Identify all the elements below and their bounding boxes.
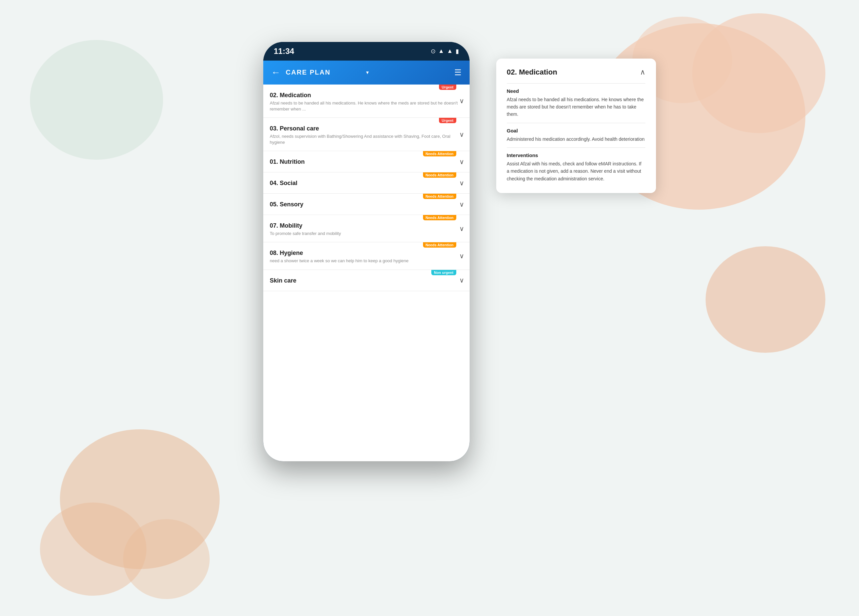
care-item-hygiene[interactable]: Needs Attention 08. Hygiene need a showe… bbox=[263, 242, 470, 270]
care-item-title: 02. Medication bbox=[270, 92, 463, 99]
care-item-sensory[interactable]: Needs Attention 05. Sensory ∨ bbox=[263, 194, 470, 215]
svg-point-1 bbox=[692, 13, 825, 133]
need-label: Need bbox=[507, 88, 645, 94]
back-button[interactable]: ← bbox=[271, 67, 281, 78]
signal-icon: ▲ bbox=[447, 48, 453, 55]
care-item-desc-7: need a shower twice a week so we can hel… bbox=[270, 258, 463, 264]
header-dropdown[interactable]: ▾ bbox=[366, 69, 369, 76]
chevron-down-icon-2: ∨ bbox=[459, 131, 464, 139]
svg-point-3 bbox=[706, 246, 825, 353]
need-text: Afzal needs to be handed all his medicat… bbox=[507, 96, 645, 118]
battery-icon: ▮ bbox=[456, 48, 459, 55]
chevron-down-icon-5: ∨ bbox=[459, 200, 464, 208]
goal-text: Administered his medication accordingly.… bbox=[507, 136, 645, 143]
care-item-desc-2: Afzol, needs supervision with Bathing/Sh… bbox=[270, 133, 463, 145]
svg-point-7 bbox=[30, 40, 163, 160]
phone-time: 11:34 bbox=[274, 47, 294, 56]
care-item-desc-6: To promote safe transfer and mobility bbox=[270, 231, 463, 237]
hamburger-menu-icon[interactable]: ☰ bbox=[454, 68, 462, 77]
badge-needs-4: Needs Attention bbox=[423, 172, 456, 178]
medication-popup: 02. Medication ∧ Need Afzal needs to be … bbox=[496, 59, 656, 193]
care-item-medication[interactable]: Urgent 02. Medication Afzal needs to be … bbox=[263, 84, 470, 118]
care-item-desc: Afzal needs to be handed all his medicat… bbox=[270, 100, 463, 112]
status-bar: 11:34 ⊙ ▲ ▲ ▮ bbox=[263, 42, 470, 61]
chevron-down-icon-7: ∨ bbox=[459, 252, 464, 260]
popup-header: 02. Medication ∧ bbox=[507, 68, 645, 76]
svg-point-5 bbox=[40, 502, 147, 596]
care-item-skin-care[interactable]: Non urgent Skin care ∨ bbox=[263, 270, 470, 291]
chevron-down-icon-8: ∨ bbox=[459, 276, 464, 284]
header-title: CARE PLAN bbox=[286, 69, 361, 76]
scene: 11:34 ⊙ ▲ ▲ ▮ ← CARE PLAN ▾ ☰ Urgent 02.… bbox=[197, 25, 663, 591]
care-item-nutrition[interactable]: Needs Attention 01. Nutrition ∨ bbox=[263, 151, 470, 172]
badge-needs-5: Needs Attention bbox=[423, 194, 456, 199]
care-item-title-7: 08. Hygiene bbox=[270, 250, 463, 257]
care-plan-list: Urgent 02. Medication Afzal needs to be … bbox=[263, 84, 470, 461]
divider-2 bbox=[507, 123, 645, 123]
phone-frame: 11:34 ⊙ ▲ ▲ ▮ ← CARE PLAN ▾ ☰ Urgent 02.… bbox=[263, 42, 470, 461]
svg-point-4 bbox=[60, 429, 220, 569]
chevron-down-icon-3: ∨ bbox=[459, 158, 464, 166]
badge-needs-attention: Needs Attention bbox=[423, 151, 456, 156]
badge-non-urgent: Non urgent bbox=[431, 270, 456, 275]
popup-close-button[interactable]: ∧ bbox=[640, 68, 645, 76]
chevron-down-icon-4: ∨ bbox=[459, 179, 464, 187]
goal-label: Goal bbox=[507, 128, 645, 133]
care-item-personal-care[interactable]: Urgent 03. Personal care Afzol, needs su… bbox=[263, 118, 470, 151]
badge-urgent: Urgent bbox=[439, 84, 456, 90]
popup-title: 02. Medication bbox=[507, 68, 558, 76]
app-header: ← CARE PLAN ▾ ☰ bbox=[263, 61, 470, 84]
wifi-icon: ▲ bbox=[438, 48, 444, 55]
interventions-text: Assist Afzal with his meds, check and fo… bbox=[507, 160, 645, 182]
badge-urgent-2: Urgent bbox=[439, 118, 456, 123]
care-item-title-2: 03. Personal care bbox=[270, 125, 463, 132]
care-item-title-8: Skin care bbox=[270, 277, 463, 284]
care-item-title-5: 05. Sensory bbox=[270, 201, 463, 208]
care-item-title-6: 07. Mobility bbox=[270, 222, 463, 229]
care-item-title-4: 04. Social bbox=[270, 180, 463, 187]
location-icon: ⊙ bbox=[431, 48, 436, 55]
chevron-down-icon: ∨ bbox=[459, 97, 464, 105]
badge-needs-7: Needs Attention bbox=[423, 242, 456, 248]
care-item-mobility[interactable]: Needs Attention 07. Mobility To promote … bbox=[263, 215, 470, 242]
chevron-down-icon-6: ∨ bbox=[459, 225, 464, 232]
interventions-label: Interventions bbox=[507, 153, 645, 158]
badge-needs-6: Needs Attention bbox=[423, 215, 456, 220]
divider-1 bbox=[507, 83, 645, 84]
care-item-social[interactable]: Needs Attention 04. Social ∨ bbox=[263, 172, 470, 194]
divider-3 bbox=[507, 147, 645, 148]
care-item-title-3: 01. Nutrition bbox=[270, 158, 463, 165]
status-icons: ⊙ ▲ ▲ ▮ bbox=[431, 48, 459, 55]
